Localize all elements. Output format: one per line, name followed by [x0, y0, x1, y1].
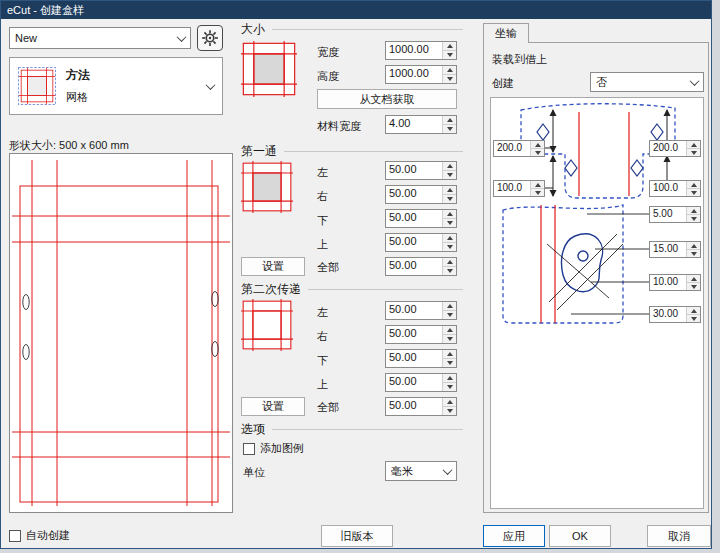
spin-down-button[interactable]: [443, 406, 456, 415]
method-combo[interactable]: 方法 网格: [9, 57, 223, 115]
spin-value[interactable]: 30.00: [650, 307, 686, 322]
spin-up-button[interactable]: [443, 162, 456, 170]
settings-button[interactable]: [197, 25, 223, 51]
spin-up-button[interactable]: [443, 42, 456, 50]
spin-value[interactable]: 50.00: [386, 162, 442, 179]
spin-down-button[interactable]: [443, 358, 456, 367]
add-legend-checkbox[interactable]: 添加图例: [243, 441, 304, 456]
spin-down-button[interactable]: [443, 124, 456, 133]
spin-up-button[interactable]: [443, 350, 456, 358]
spin-down-button[interactable]: [687, 249, 700, 257]
spin-value[interactable]: 1000.00: [386, 66, 442, 83]
spin-down-button[interactable]: [443, 266, 456, 275]
create-combo[interactable]: 否: [590, 72, 704, 92]
spin-up-button[interactable]: [443, 258, 456, 266]
spin-value[interactable]: 50.00: [386, 326, 442, 343]
spin-value[interactable]: 200.0: [494, 141, 530, 156]
spin-value[interactable]: 50.00: [386, 234, 442, 251]
spin-value[interactable]: 4.00: [386, 116, 442, 133]
spin-value[interactable]: 50.00: [386, 258, 442, 275]
checkbox-box[interactable]: [9, 530, 21, 542]
dim-left-bottom-spinner[interactable]: 100.0: [493, 180, 545, 197]
width-spinner[interactable]: 1000.00: [385, 41, 457, 60]
spin-down-button[interactable]: [687, 314, 700, 322]
pass1-right-spinner[interactable]: 50.00: [385, 185, 457, 204]
spin-up-button[interactable]: [443, 302, 456, 310]
spin-value[interactable]: 10.00: [650, 275, 686, 290]
spin-down-button[interactable]: [443, 50, 456, 59]
spin-value[interactable]: 5.00: [650, 207, 686, 222]
ok-button[interactable]: OK: [549, 525, 611, 547]
spin-up-button[interactable]: [443, 326, 456, 334]
pass2-top-spinner[interactable]: 50.00: [385, 373, 457, 392]
spin-down-button[interactable]: [443, 194, 456, 203]
dim-right-top-spinner[interactable]: 200.0: [649, 140, 701, 157]
dim-offset3-spinner[interactable]: 10.00: [649, 274, 701, 291]
spin-down-button[interactable]: [687, 214, 700, 222]
spin-up-button[interactable]: [443, 66, 456, 74]
spin-down-button[interactable]: [443, 334, 456, 343]
from-document-button[interactable]: 从文档获取: [317, 89, 457, 109]
spin-down-button[interactable]: [531, 148, 544, 156]
spin-down-button[interactable]: [531, 188, 544, 196]
spin-down-button[interactable]: [443, 74, 456, 83]
checkbox-box[interactable]: [243, 443, 255, 455]
pass1-left-spinner[interactable]: 50.00: [385, 161, 457, 180]
spin-down-button[interactable]: [443, 218, 456, 227]
spin-value[interactable]: 50.00: [386, 374, 442, 391]
auto-create-checkbox[interactable]: 自动创建: [9, 528, 70, 543]
spin-up-button[interactable]: [687, 242, 700, 249]
spin-down-button[interactable]: [687, 188, 700, 196]
dim-offset1-spinner[interactable]: 5.00: [649, 206, 701, 223]
spin-down-button[interactable]: [443, 382, 456, 391]
spin-up-button[interactable]: [687, 275, 700, 282]
spin-up-button[interactable]: [531, 181, 544, 188]
unit-combo[interactable]: 毫米: [385, 461, 457, 481]
spin-up-button[interactable]: [443, 186, 456, 194]
spin-up-button[interactable]: [443, 374, 456, 382]
spin-value[interactable]: 1000.00: [386, 42, 442, 59]
pass2-left-spinner[interactable]: 50.00: [385, 301, 457, 320]
pass2-right-spinner[interactable]: 50.00: [385, 325, 457, 344]
preset-combo[interactable]: New: [9, 27, 191, 49]
spin-up-button[interactable]: [443, 234, 456, 242]
pass1-top-spinner[interactable]: 50.00: [385, 233, 457, 252]
spin-value[interactable]: 15.00: [650, 242, 686, 257]
dim-offset2-spinner[interactable]: 15.00: [649, 241, 701, 258]
pass2-all-spinner[interactable]: 50.00: [385, 397, 457, 416]
spin-down-button[interactable]: [443, 242, 456, 251]
pass1-all-spinner[interactable]: 50.00: [385, 257, 457, 276]
spin-down-button[interactable]: [687, 282, 700, 290]
spin-value[interactable]: 200.0: [650, 141, 686, 156]
spin-up-button[interactable]: [687, 307, 700, 314]
pass1-set-button[interactable]: 设置: [241, 257, 305, 276]
spin-value[interactable]: 50.00: [386, 302, 442, 319]
spin-up-button[interactable]: [687, 181, 700, 188]
spin-value[interactable]: 50.00: [386, 210, 442, 227]
spin-up-button[interactable]: [687, 207, 700, 214]
height-spinner[interactable]: 1000.00: [385, 65, 457, 84]
tab-transfer[interactable]: 坐输: [483, 23, 529, 43]
cancel-button[interactable]: 取消: [647, 525, 711, 547]
pass2-set-button[interactable]: 设置: [241, 397, 305, 416]
spin-down-button[interactable]: [443, 170, 456, 179]
spin-up-button[interactable]: [687, 141, 700, 148]
spin-value[interactable]: 100.0: [494, 181, 530, 196]
pass1-bottom-spinner[interactable]: 50.00: [385, 209, 457, 228]
spin-value[interactable]: 50.00: [386, 186, 442, 203]
spin-value[interactable]: 50.00: [386, 350, 442, 367]
spin-up-button[interactable]: [443, 210, 456, 218]
spin-down-button[interactable]: [687, 148, 700, 156]
dim-offset4-spinner[interactable]: 30.00: [649, 306, 701, 323]
spin-down-button[interactable]: [443, 310, 456, 319]
spin-up-button[interactable]: [443, 398, 456, 406]
dim-right-bottom-spinner[interactable]: 100.0: [649, 180, 701, 197]
dim-left-top-spinner[interactable]: 200.0: [493, 140, 545, 157]
pass2-bottom-spinner[interactable]: 50.00: [385, 349, 457, 368]
apply-button[interactable]: 应用: [483, 525, 545, 547]
spin-up-button[interactable]: [443, 116, 456, 124]
material-width-spinner[interactable]: 4.00: [385, 115, 457, 134]
spin-up-button[interactable]: [531, 141, 544, 148]
spin-value[interactable]: 100.0: [650, 181, 686, 196]
spin-value[interactable]: 50.00: [386, 398, 442, 415]
